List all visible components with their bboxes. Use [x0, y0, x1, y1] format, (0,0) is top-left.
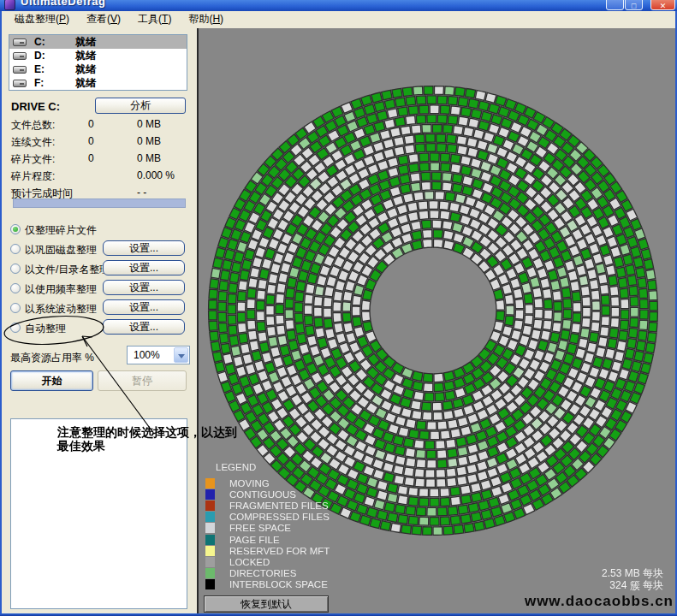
close-icon: ✕	[660, 2, 667, 10]
legend-chip	[205, 523, 215, 533]
drive-row-E[interactable]: E:就绪	[9, 62, 187, 76]
drive-status: 就绪	[75, 35, 96, 50]
defrag-option-4: 以使用频率整理设置...	[9, 282, 188, 299]
legend-label: RESERVED FOR MFT	[229, 546, 330, 556]
drive-icon	[13, 66, 27, 74]
radio-label: 以巩固磁盘整理	[25, 243, 97, 258]
legend-label: MOVING	[229, 478, 270, 489]
stat-row-1: 文件总数:00 MB	[11, 116, 187, 133]
drive-name: E:	[34, 63, 62, 75]
app-window: UltimateDefrag _ □ ✕ 磁盘整理(P)查看(V)工具(T)帮助…	[0, 0, 677, 616]
progress-bar	[13, 198, 186, 208]
settings-button-4[interactable]: 设置...	[103, 280, 185, 295]
radio-label: 以系统波动整理	[25, 302, 97, 317]
legend-item-6: PAGE FILE	[205, 534, 330, 545]
settings-button-3[interactable]: 设置...	[103, 260, 185, 275]
stat-size: 0 MB	[137, 135, 161, 147]
window-border-left	[0, 11, 2, 616]
start-button[interactable]: 开始	[10, 370, 93, 391]
event-listbox[interactable]	[10, 418, 187, 609]
close-button[interactable]: ✕	[650, 0, 675, 10]
menu-bar: 磁盘整理(P)查看(V)工具(T)帮助(H)	[0, 11, 677, 28]
stat-label: 文件总数:	[11, 118, 55, 133]
defrag-option-5: 以系统波动整理设置...	[9, 302, 188, 319]
legend-label: LOCKED	[229, 557, 270, 567]
drive-status: 就绪	[75, 62, 96, 77]
legend-label: CONTIGUOUS	[229, 489, 296, 500]
radio-button[interactable]	[10, 303, 21, 313]
radio-button[interactable]	[10, 224, 21, 234]
drive-name: C:	[34, 36, 62, 48]
settings-button-2[interactable]: 设置...	[103, 240, 185, 256]
legend-chip	[205, 500, 215, 511]
stat-row-4: 碎片程度:0.000 %	[11, 168, 187, 185]
minimize-icon: _	[613, 2, 617, 10]
legend-item-2: CONTIGUOUS	[205, 489, 330, 500]
defrag-option-6: 自动整理设置...	[9, 322, 188, 339]
stat-label: 碎片文件:	[11, 152, 55, 167]
radio-button[interactable]	[10, 264, 21, 274]
legend-chip	[205, 557, 215, 567]
stat-size: 0 MB	[137, 118, 161, 130]
legend-item-4: COMPRESSED FILES	[205, 512, 330, 523]
radio-label: 仅整理碎片文件	[25, 223, 97, 238]
menu-item-3[interactable]: 工具(T)	[129, 10, 180, 29]
legend-item-8: LOCKED	[205, 556, 330, 567]
legend-label: DIRECTORIES	[229, 568, 296, 578]
drive-status: 就绪	[75, 49, 96, 63]
radio-label: 以使用频率整理	[25, 282, 97, 297]
minimize-button[interactable]: _	[606, 0, 624, 10]
legend-chip	[205, 512, 215, 522]
settings-button-6[interactable]: 设置...	[103, 319, 185, 335]
stat-size: 0 MB	[137, 152, 161, 164]
legend-item-7: RESERVED FOR MFT	[205, 545, 330, 556]
maximize-button[interactable]: □	[625, 0, 643, 10]
combo-dropdown-button[interactable]	[174, 347, 188, 363]
radio-button[interactable]	[10, 323, 21, 333]
radio-label: 自动整理	[25, 322, 66, 336]
menu-item-2[interactable]: 查看(V)	[78, 10, 129, 29]
block-size-text: 2.53 MB 每块	[602, 567, 663, 579]
radio-button[interactable]	[10, 244, 21, 254]
resource-usage-label: 最高资源占用率 %	[10, 351, 94, 365]
legend-label: FRAGMENTED FILES	[229, 500, 329, 511]
resource-usage-select[interactable]: 100%	[127, 346, 190, 364]
drive-icon	[13, 80, 27, 87]
stat-row-3: 碎片文件:00 MB	[11, 151, 187, 168]
defrag-option-1: 仅整理碎片文件	[9, 223, 188, 240]
chevron-down-icon	[178, 354, 185, 358]
legend-item-1: MOVING	[205, 477, 330, 489]
stat-count: 0	[88, 118, 94, 130]
radio-button[interactable]	[10, 283, 21, 293]
drive-row-C[interactable]: C:就绪	[9, 35, 187, 49]
drive-status: 就绪	[75, 76, 96, 91]
drive-stats: 文件总数:00 MB连续文件:00 MB碎片文件:00 MB碎片程度:0.000…	[11, 116, 187, 202]
restore-default-button[interactable]: 恢复到默认	[204, 595, 329, 613]
watermark-text: www.daocaobbs.cn	[525, 593, 674, 610]
drive-row-F[interactable]: F:就绪	[9, 76, 187, 90]
cluster-size-text: 324 簇 每块	[602, 579, 663, 591]
drive-icon	[13, 52, 27, 60]
defrag-option-2: 以巩固磁盘整理设置...	[9, 243, 188, 260]
legend: LEGEND MOVINGCONTIGUOUSFRAGMENTED FILESC…	[205, 462, 330, 590]
menu-item-1[interactable]: 磁盘整理(P)	[6, 10, 78, 29]
radio-label: 以文件/目录名整理	[25, 263, 110, 277]
maximize-icon: □	[632, 2, 636, 10]
pause-button[interactable]: 暂停	[98, 370, 187, 391]
stat-row-2: 连续文件:00 MB	[11, 133, 187, 151]
legend-label: COMPRESSED FILES	[229, 512, 330, 522]
analyze-button[interactable]: 分析	[95, 98, 186, 114]
legend-item-5: FREE SPACE	[205, 523, 330, 534]
menu-item-4[interactable]: 帮助(H)	[180, 10, 232, 29]
stat-count: 0	[88, 152, 94, 164]
stat-label: 碎片程度:	[11, 169, 55, 184]
drive-list: C:就绪D:就绪E:就绪F:就绪	[9, 34, 187, 91]
legend-label: FREE SPACE	[229, 523, 291, 533]
legend-item-3: FRAGMENTED FILES	[205, 500, 330, 511]
settings-button-5[interactable]: 设置...	[103, 299, 185, 315]
legend-chip	[205, 579, 215, 589]
legend-label: PAGE FILE	[229, 535, 280, 545]
control-panel: C:就绪D:就绪E:就绪F:就绪 DRIVE C: 分析 文件总数:00 MB连…	[0, 28, 197, 613]
legend-chip	[205, 489, 215, 500]
drive-row-D[interactable]: D:就绪	[9, 49, 187, 62]
